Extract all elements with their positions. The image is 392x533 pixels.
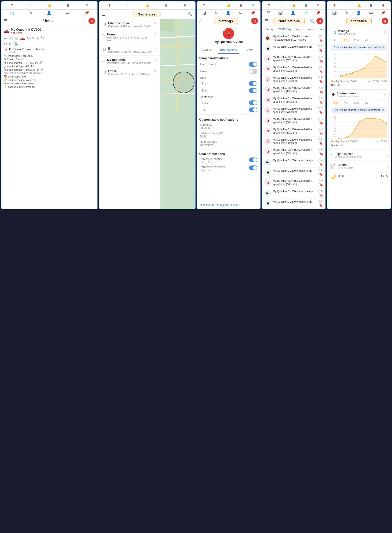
engine-tab-7d[interactable]: 7 d. [341,101,350,105]
mileage-tab-1d[interactable]: 1 d. [331,38,340,42]
geofence-item-iki[interactable]: ⬡ Iki Perimeter: 4.426 km Area: 1.223 km… [99,44,160,56]
action-wifi[interactable]: 📡 [14,41,18,46]
notif-settings-link[interactable]: Notification Settings for all units [197,201,260,209]
end-toggle[interactable] [249,88,257,93]
map-area[interactable] [160,19,195,209]
start-toggle[interactable] [249,81,257,86]
own-param-change-toggle[interactable] [249,157,257,162]
settings-back-icon[interactable]: ‹ [199,19,201,24]
notif-tab-aug5[interactable]: Aug 5 [294,27,305,32]
action-geofence[interactable]: ⊞ [15,36,18,40]
notif-tab-today[interactable]: Today [264,27,275,32]
stats-chart-icon[interactable]: 📊 [332,10,337,15]
edit-icon-home[interactable]: ✎ [154,33,157,36]
notif-loc-icon[interactable]: 📍 [267,3,272,8]
avatar-icon[interactable]: Q [89,18,95,24]
notif-search-icon[interactable]: 🔍 [310,19,315,23]
stats-avatar[interactable]: Q [382,18,388,24]
stats-tag-icon[interactable]: 🏷 [369,11,373,15]
notif-bookmark-10[interactable]: 🔖 [319,142,323,145]
gear-icon[interactable]: ⚙ [84,3,90,8]
geo-frame-icon[interactable]: ⊞ [163,3,168,8]
stats-person-icon[interactable]: 👤 [356,10,361,15]
geofence-item-home[interactable]: ⌂ Home Perimeter: 637.011 m Area: 0.025 … [99,30,160,44]
notif-avatar[interactable]: Q [317,18,323,24]
notif-doc-icon[interactable]: 📄 [303,10,308,15]
notif-bookmark-3[interactable]: 🔖 [319,69,323,73]
engine-tab-30d[interactable]: 30 d. [351,101,361,105]
settings-avatar[interactable]: Q [251,18,258,24]
stats-loc-icon[interactable]: 📍 [332,3,337,8]
set-chart-icon[interactable]: 📊 [202,10,207,15]
mileage-collapse-icon[interactable]: ∧ [383,30,386,34]
frame-icon[interactable]: ⊞ [65,3,71,8]
set-bell-icon[interactable]: 🔔 [226,3,231,8]
charts-row[interactable]: 📈 Charts By device data › [327,160,391,172]
action-alert[interactable]: ⚠ [36,36,39,40]
profile-more-icon[interactable]: ⋮ [254,28,258,33]
notif-pin-icon[interactable]: 📌 [316,10,320,15]
geo-loc-icon[interactable]: 📍 [107,3,112,8]
notif-bookmark-14[interactable]: 🔖 [319,183,323,187]
notif-gear-icon[interactable]: ⚙ [316,3,321,8]
edit-icon-iki[interactable]: ✎ [154,47,157,50]
notif-person-icon[interactable]: 👤 [291,10,295,15]
notif-chart-icon[interactable]: 📊 [278,10,283,15]
refresh-icon[interactable]: ↻ [29,10,32,15]
notif-menu-icon[interactable]: ☰ [267,10,270,15]
notif-bell-icon[interactable]: 🔔 [291,3,296,8]
set-pin-icon[interactable]: 📌 [251,10,255,15]
set-routes-icon[interactable]: ⇌ [214,3,219,8]
set-tag-icon[interactable]: 🏷 [238,11,242,15]
entry-toggle[interactable] [249,100,257,105]
action-repeat[interactable]: ⇄ [4,41,7,46]
action-shield[interactable]: 🛡 [41,36,45,40]
notif-bookmark-13[interactable]: 🔖 [319,173,323,176]
engine-tab-all[interactable]: All [363,101,370,105]
geofence-item-mygeofence[interactable]: ○ My geofence Perimeter: 3.125 km Area: … [99,56,160,67]
set-frame-icon[interactable]: ⊞ [238,3,243,8]
notif-bookmark-8[interactable]: 🔖 [319,121,323,125]
engine-tab-1d[interactable]: 1 d. [331,101,341,105]
notif-bookmark-2[interactable]: 🔖 [319,59,323,63]
notif-bookmark-6[interactable]: 🔖 [319,100,323,104]
mileage-tab-all[interactable]: All [363,38,370,42]
geofence-item-office[interactable]: ⬡ Office Perimeter: 1.52 km Area: 0.184 … [99,67,160,78]
notif-tab-aug4[interactable]: Aug 4 [306,27,317,32]
geo-bell-icon[interactable]: 🔔 [145,3,150,8]
tag-icon[interactable]: 🏷 [66,11,70,15]
action-share[interactable]: ⤢ [9,41,12,46]
action-circle[interactable]: ○ [32,36,34,40]
geo-gear-icon[interactable]: ⚙ [182,3,187,8]
action-target[interactable]: ⊙ [27,36,30,40]
notif-tab-yesterday[interactable]: Yesterday [276,27,293,32]
mileage-tab-30d[interactable]: 30 d. [351,38,361,42]
export-events-row[interactable]: ↑ Export events Download or send to emai… [327,150,391,160]
action-routes[interactable]: ⇌ [4,36,7,40]
notif-hamburger-icon[interactable]: ☰ [264,18,268,24]
stats-routes-icon[interactable]: ⇌ [344,3,349,8]
mileage-info-close[interactable]: ✕ [382,46,384,49]
geo-menu-icon[interactable]: ☰ [102,12,105,17]
chart-icon[interactable]: 📊 [10,10,14,15]
notif-bookmark-9[interactable]: 🔖 [319,131,323,135]
engine-info-close[interactable]: ✕ [382,108,384,112]
notif-tab-aug3[interactable]: Aug 3 [318,27,325,32]
stats-bell-icon[interactable]: 🔔 [356,3,361,8]
hamburger-icon[interactable]: ☰ [4,18,8,24]
edit-icon-mygeofence[interactable]: ✎ [154,58,157,61]
action-doc[interactable]: 📄 [9,36,13,40]
edit-icon-office[interactable]: ✎ [154,69,157,73]
mic-icon[interactable]: 📌 [84,10,89,15]
notif-bookmark-5[interactable]: 🔖 [319,90,323,94]
stats-gear-icon[interactable]: ⚙ [381,3,386,8]
stats-pin-icon[interactable]: 📌 [381,10,386,15]
exit-toggle[interactable] [249,108,257,112]
notif-bookmark-16[interactable]: 🔖 [319,203,323,207]
alarm-toggle[interactable] [249,62,257,67]
notif-routes-icon[interactable]: ⇌ [279,3,284,8]
routes-icon[interactable]: ⇌ [28,3,33,8]
geo-routes-icon[interactable]: ⇌ [126,3,131,8]
tab-notifications[interactable]: Notifications [218,46,239,54]
unit-more-icon[interactable]: ⋮ [91,28,95,33]
